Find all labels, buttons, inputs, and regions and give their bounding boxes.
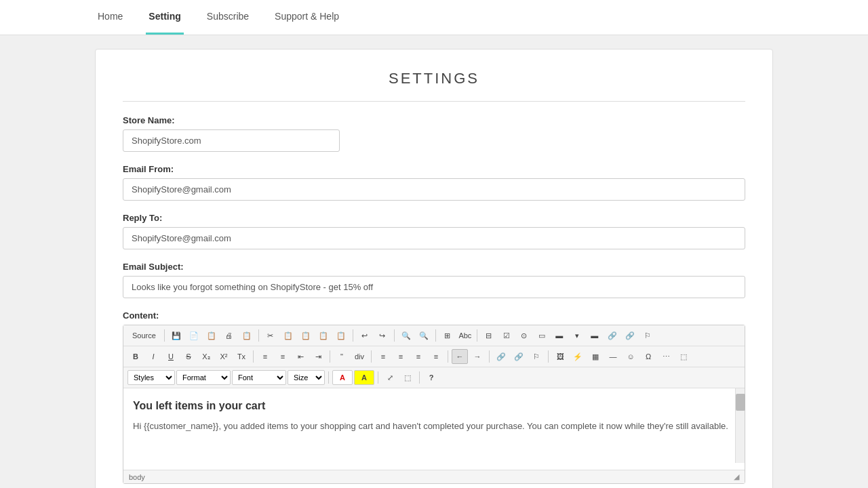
print-btn[interactable]: 🖨 xyxy=(221,328,237,343)
sep15 xyxy=(419,371,420,384)
creatediv-btn[interactable]: div xyxy=(351,349,368,364)
align-left-btn[interactable]: ≡ xyxy=(375,349,391,364)
store-name-input[interactable] xyxy=(123,129,340,152)
bidi-ltr-btn[interactable]: ← xyxy=(452,349,468,364)
sep7 xyxy=(253,350,254,363)
button-btn[interactable]: ▬ xyxy=(587,328,603,343)
find-btn[interactable]: 🔍 xyxy=(398,328,414,343)
textarea-btn[interactable]: ▬ xyxy=(551,328,568,343)
superscript-btn[interactable]: X² xyxy=(216,349,232,364)
flag-btn[interactable]: ⚐ xyxy=(528,349,545,364)
paste-word-btn[interactable]: 📋 xyxy=(333,328,349,343)
sep10 xyxy=(448,350,448,363)
font-color-btn[interactable]: A xyxy=(332,370,353,385)
email-subject-input[interactable] xyxy=(123,276,745,298)
anchor-btn[interactable]: ⚐ xyxy=(639,328,656,343)
text-field-btn[interactable]: ▭ xyxy=(534,328,550,343)
unordered-list-btn[interactable]: ≡ xyxy=(275,349,291,364)
italic-btn[interactable]: I xyxy=(145,349,161,364)
email-content-title: You left items in your cart xyxy=(133,398,728,414)
source-btn[interactable]: Source xyxy=(127,328,161,343)
sep12 xyxy=(548,350,549,363)
paste-text-btn[interactable]: 📋 xyxy=(315,328,332,343)
save-btn[interactable]: 💾 xyxy=(168,328,184,343)
sep14 xyxy=(378,371,378,384)
image-btn[interactable]: 🖼 xyxy=(552,349,568,364)
undo-btn[interactable]: ↩ xyxy=(357,328,373,343)
editor-scrollbar[interactable] xyxy=(735,388,745,463)
statusbar-text: body xyxy=(129,473,145,481)
new-btn[interactable]: 📄 xyxy=(186,328,202,343)
help-btn[interactable]: ? xyxy=(423,370,439,385)
special-char-btn[interactable]: Ω xyxy=(640,349,656,364)
content-label: Content: xyxy=(123,310,745,321)
redo-btn[interactable]: ↪ xyxy=(374,328,391,343)
sep1 xyxy=(164,329,165,342)
sep5 xyxy=(435,329,436,342)
unlink-btn[interactable]: 🔗 xyxy=(622,328,638,343)
size-select[interactable]: Size xyxy=(288,370,325,385)
unlink2-btn[interactable]: 🔗 xyxy=(511,349,527,364)
email-subject-group: Email Subject: xyxy=(123,262,745,298)
format-select[interactable]: Format xyxy=(176,370,231,385)
subscript-btn[interactable]: X₂ xyxy=(198,349,214,364)
styles-select[interactable]: Styles xyxy=(127,370,175,385)
replace-btn[interactable]: 🔍 xyxy=(416,328,432,343)
store-name-group: Store Name: xyxy=(123,115,745,152)
select-all-btn[interactable]: ⊞ xyxy=(439,328,456,343)
bold-btn[interactable]: B xyxy=(127,349,144,364)
preview-doc-btn[interactable]: 📋 xyxy=(239,328,255,343)
sep13 xyxy=(328,371,329,384)
toolbar-row-2: B I U S X₂ X² Tx ≡ ≡ ⇤ ⇥ " div ≡ ≡ ≡ ≡ xyxy=(123,346,745,367)
editor-content-area[interactable]: You left items in your cart Hi {{custome… xyxy=(123,388,745,470)
nav-subscribe[interactable]: Subscribe xyxy=(204,0,252,35)
reply-to-label: Reply To: xyxy=(123,213,745,223)
nav-bar: Home Setting Subscribe Support & Help xyxy=(0,0,868,35)
hrule-btn[interactable]: — xyxy=(605,349,621,364)
outdent-btn[interactable]: ⇤ xyxy=(292,349,309,364)
indent-btn[interactable]: ⇥ xyxy=(310,349,326,364)
email-content-body: Hi {{customer_name}}, you added items to… xyxy=(133,420,728,433)
link2-btn[interactable]: 🔗 xyxy=(493,349,509,364)
main-container: SETTINGS Store Name: Email From: Reply T… xyxy=(95,49,773,488)
resize-handle-icon[interactable]: ◢ xyxy=(734,472,739,481)
font-bg-color-btn[interactable]: A xyxy=(354,370,374,385)
select-btn[interactable]: ▾ xyxy=(569,328,585,343)
page-title: SETTINGS xyxy=(123,70,745,102)
checkbox-btn[interactable]: ☑ xyxy=(498,328,515,343)
template-btn[interactable]: 📋 xyxy=(203,328,220,343)
ordered-list-btn[interactable]: ≡ xyxy=(257,349,273,364)
nav-setting[interactable]: Setting xyxy=(146,0,183,35)
blockquote-btn[interactable]: " xyxy=(334,349,350,364)
reply-to-input[interactable] xyxy=(123,227,745,249)
show-blocks-btn[interactable]: ⬚ xyxy=(399,370,416,385)
sep6 xyxy=(477,329,477,342)
bidi-rtl-btn[interactable]: → xyxy=(469,349,486,364)
removeformat-btn[interactable]: Tx xyxy=(233,349,250,364)
smiley-btn[interactable]: ☺ xyxy=(623,349,639,364)
table-btn[interactable]: ▦ xyxy=(587,349,604,364)
copy-btn[interactable]: 📋 xyxy=(280,328,296,343)
strikethrough-btn[interactable]: S xyxy=(180,349,197,364)
pagebreak-btn[interactable]: ⋯ xyxy=(658,349,674,364)
font-select[interactable]: Font xyxy=(232,370,286,385)
iframe-btn[interactable]: ⬚ xyxy=(675,349,692,364)
align-justify-btn[interactable]: ≡ xyxy=(428,349,444,364)
radio-btn[interactable]: ⊙ xyxy=(516,328,532,343)
sep2 xyxy=(258,329,259,342)
flash-btn[interactable]: ⚡ xyxy=(570,349,586,364)
email-from-input[interactable] xyxy=(123,178,745,201)
nav-support[interactable]: Support & Help xyxy=(272,0,342,35)
email-from-group: Email From: xyxy=(123,164,745,201)
spell-check-btn[interactable]: Abc xyxy=(457,328,473,343)
link-btn[interactable]: 🔗 xyxy=(604,328,620,343)
maximize-btn[interactable]: ⤢ xyxy=(382,370,398,385)
paste-btn[interactable]: 📋 xyxy=(298,328,314,343)
nav-home[interactable]: Home xyxy=(95,0,125,35)
cut-btn[interactable]: ✂ xyxy=(262,328,279,343)
underline-btn[interactable]: U xyxy=(163,349,179,364)
insert-table-btn[interactable]: ⊟ xyxy=(481,328,497,343)
align-right-btn[interactable]: ≡ xyxy=(410,349,427,364)
email-subject-label: Email Subject: xyxy=(123,262,745,272)
align-center-btn[interactable]: ≡ xyxy=(393,349,409,364)
